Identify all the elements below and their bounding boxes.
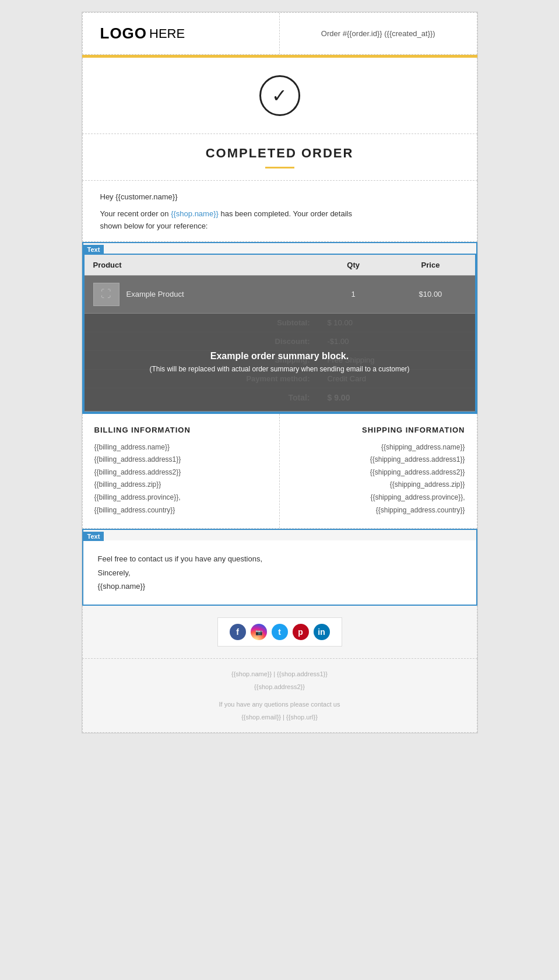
main-title: COMPLETED ORDER: [100, 146, 459, 161]
logo-bold-text: LOGO: [100, 24, 147, 43]
footer-badge-row: Text: [83, 530, 476, 540]
product-image-placeholder: ⛶: [93, 283, 119, 306]
product-name: Example Product: [126, 290, 184, 298]
order-text-badge: Text: [83, 245, 104, 254]
greeting-section: Hey {{customer.name}} Your recent order …: [82, 181, 477, 242]
greeting-line1: Hey {{customer.name}}: [100, 192, 459, 201]
footer-text-inner: Feel free to contact us if you have any …: [83, 540, 476, 605]
overlay-sub-text: (This will be replaced with actual order…: [149, 365, 409, 373]
shop-name-link[interactable]: {{shop.name}}: [171, 209, 219, 218]
footer-text-badge: Text: [83, 532, 104, 541]
product-row: ⛶ Example Product 1 $10.00: [85, 275, 475, 313]
footer-line2: Sincerely,: [98, 566, 462, 579]
header-logo: LOGO HERE: [83, 13, 280, 54]
overlay-row: Example order summary block. (This will …: [85, 313, 475, 411]
order-text-line3: shown below for your reference:: [100, 222, 208, 230]
social-icons-row: f 📷 t p in: [217, 617, 342, 647]
billing-address1: {{billing_address.address1}}: [94, 454, 268, 466]
instagram-letter: 📷: [255, 629, 262, 635]
check-circle-icon: ✓: [259, 75, 300, 116]
price-col-header: Price: [386, 255, 474, 276]
linkedin-icon[interactable]: in: [314, 624, 330, 640]
footer-line3: {{shop.name}}: [98, 579, 462, 593]
order-table-header-row: Product Qty Price: [85, 255, 475, 276]
product-cell-inner: ⛶ Example Product: [93, 283, 312, 306]
product-col-header: Product: [85, 255, 321, 276]
shipping-address2: {{shipping_address.address2}}: [291, 466, 465, 479]
footer-contact-line: If you have any quetions please contact …: [94, 698, 465, 723]
title-section: COMPLETED ORDER: [82, 134, 477, 181]
footer-shop-address: {{shop.name}} | {{shop.address1}} {{shop…: [94, 668, 465, 693]
pinterest-letter: p: [298, 627, 303, 637]
social-section: f 📷 t p in: [82, 606, 477, 659]
title-underline-bar: [265, 167, 294, 168]
order-block-wrapper: Text Product Qty Price: [82, 242, 477, 414]
header-order-info: Order #{{order.id}} ({{created_at}}): [280, 13, 477, 54]
billing-zip: {{billing_address.zip}}: [94, 479, 268, 491]
footer-text-section: Text Feel free to contact us if you have…: [82, 529, 477, 606]
shipping-province: {{shipping_address.province}},: [291, 491, 465, 504]
product-price: $10.00: [386, 275, 474, 313]
shipping-zip: {{shipping_address.zip}}: [291, 479, 465, 491]
text-badge-row: Text: [83, 243, 476, 254]
shipping-country: {{shipping_address.country}}: [291, 504, 465, 517]
footer-line1: {{shop.name}} | {{shop.address1}}: [231, 670, 328, 677]
order-description: Your recent order on {{shop.name}} has b…: [100, 208, 459, 233]
billing-title: BILLING INFORMATION: [94, 426, 268, 434]
checkmark-symbol: ✓: [272, 86, 287, 105]
shipping-title: SHIPPING INFORMATION: [291, 426, 465, 434]
shipping-name: {{shipping_address.name}}: [291, 441, 465, 454]
billing-address2: {{billing_address.address2}}: [94, 466, 268, 479]
pinterest-icon[interactable]: p: [293, 624, 309, 640]
footer-line2: {{shop.address2}}: [254, 683, 305, 690]
email-wrapper: LOGO HERE Order #{{order.id}} ({{created…: [82, 12, 478, 733]
facebook-letter: f: [236, 627, 239, 637]
example-overlay: Example order summary block. (This will …: [85, 314, 475, 411]
instagram-icon[interactable]: 📷: [251, 624, 267, 640]
overlay-cell: Example order summary block. (This will …: [85, 313, 475, 411]
billing-col: BILLING INFORMATION {{billing_address.na…: [83, 414, 280, 529]
shipping-col: SHIPPING INFORMATION {{shipping_address.…: [279, 414, 477, 529]
order-text-prefix: Your recent order on: [100, 209, 171, 218]
order-table: Product Qty Price ⛶ Example Product: [85, 255, 475, 412]
shipping-address1: {{shipping_address.address1}}: [291, 454, 465, 466]
order-section: Product Qty Price ⛶ Example Product: [83, 254, 476, 413]
billing-name: {{billing_address.name}}: [94, 441, 268, 454]
product-cell: ⛶ Example Product: [85, 275, 321, 313]
facebook-icon[interactable]: f: [230, 624, 246, 640]
overlay-main-text: Example order summary block.: [210, 351, 349, 361]
footer-line1: Feel free to contact us if you have any …: [98, 552, 462, 565]
product-qty: 1: [321, 275, 386, 313]
twitter-letter: t: [278, 627, 281, 637]
address-section: BILLING INFORMATION {{billing_address.na…: [82, 414, 477, 529]
billing-province: {{billing_address.province}},: [94, 491, 268, 504]
image-icon: ⛶: [101, 288, 111, 300]
logo-normal-text: HERE: [149, 26, 185, 41]
footer-email-url: {{shop.email}} | {{shop.url}}: [241, 714, 318, 721]
billing-country: {{billing_address.country}}: [94, 504, 268, 517]
linkedin-letter: in: [318, 627, 325, 637]
footer-contact-text: If you have any quetions please contact …: [219, 701, 340, 708]
header-section: LOGO HERE Order #{{order.id}} ({{created…: [82, 12, 477, 55]
order-text-suffix: has been completed. Your order details: [219, 209, 352, 218]
twitter-icon[interactable]: t: [272, 624, 288, 640]
final-footer: {{shop.name}} | {{shop.address1}} {{shop…: [82, 659, 477, 733]
qty-col-header: Qty: [321, 255, 386, 276]
check-section: ✓: [82, 58, 477, 134]
